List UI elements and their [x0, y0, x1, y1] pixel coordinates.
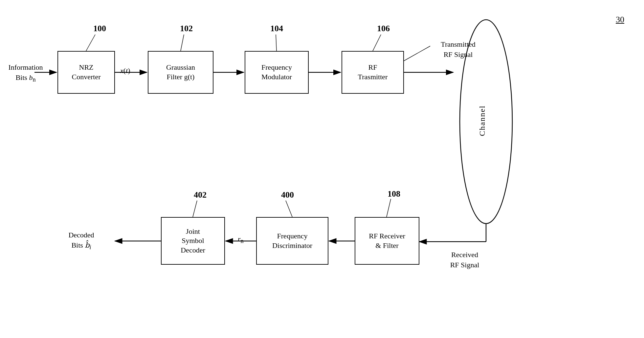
freq-mod-label: FrequencyModulator	[261, 63, 292, 82]
rf-tx-block: RFTrasmitter	[342, 51, 404, 94]
channel-label: Channel	[477, 105, 488, 136]
rn-label: rn	[238, 234, 244, 246]
freq-disc-block: FrequencyDiscriminator	[256, 217, 328, 265]
freq-disc-label: FrequencyDiscriminator	[272, 231, 312, 250]
rf-rx-label: RF Receiver& Filter	[369, 231, 405, 250]
joint-decoder-label: JointSymbolDecoder	[181, 227, 205, 255]
ref-104: 104	[270, 24, 283, 34]
nrz-block: NRZConverter	[57, 51, 115, 94]
rf-tx-label: RFTrasmitter	[358, 63, 388, 82]
svg-line-15	[276, 35, 277, 51]
svg-line-17	[193, 201, 197, 217]
gaussian-block: GraussianFilter g(t)	[148, 51, 213, 94]
freq-mod-block: FrequencyModulator	[245, 51, 309, 94]
decoded-label: DecodedBits b̂i	[53, 230, 110, 252]
joint-decoder-block: JointSymbolDecoder	[161, 217, 225, 265]
ref-106: 106	[377, 24, 390, 34]
ref-100: 100	[93, 24, 106, 34]
ref-400: 400	[281, 190, 294, 200]
info-bits-label: InformationBits bn	[6, 62, 45, 84]
received-label: ReceivedRF Signal	[437, 250, 493, 270]
svg-line-13	[86, 35, 95, 51]
ref-402: 402	[194, 190, 207, 200]
transmitted-label: TransmittedRF Signal	[430, 39, 486, 60]
page-number: 30	[616, 15, 624, 25]
gaussian-label: GraussianFilter g(t)	[166, 63, 195, 82]
ref-102: 102	[180, 24, 193, 34]
svg-line-18	[286, 201, 292, 217]
rf-rx-block: RF Receiver& Filter	[355, 217, 419, 265]
xt-label: x(t)	[120, 66, 130, 76]
svg-line-14	[181, 35, 184, 51]
diagram: 30	[0, 0, 644, 338]
nrz-label: NRZConverter	[72, 63, 101, 82]
svg-line-12	[404, 46, 430, 61]
ref-108: 108	[388, 189, 400, 199]
svg-line-16	[373, 35, 381, 51]
svg-line-19	[387, 199, 391, 217]
